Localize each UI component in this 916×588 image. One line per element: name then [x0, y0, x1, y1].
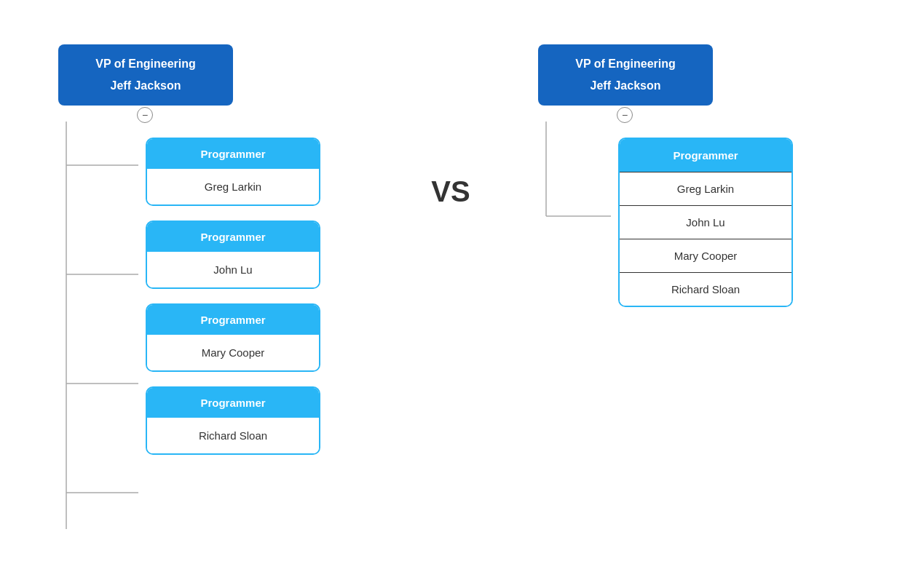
right-card-member-1: Greg Larkin [620, 172, 791, 205]
right-vp-role: VP of Engineering [556, 57, 695, 71]
right-vp-box: VP of Engineering Jeff Jackson [538, 44, 713, 106]
left-card-richard: Programmer Richard Sloan [146, 386, 320, 455]
right-card-header: Programmer [620, 139, 791, 172]
left-card-john: Programmer John Lu [146, 220, 320, 289]
vs-label: VS [431, 175, 470, 208]
left-vp-box: VP of Engineering Jeff Jackson [58, 44, 233, 106]
left-card-john-role: Programmer [147, 222, 319, 252]
left-card-greg: Programmer Greg Larkin [146, 138, 320, 206]
right-consolidated-card: Programmer Greg Larkin John Lu Mary Coop… [618, 138, 793, 307]
left-card-mary: Programmer Mary Cooper [146, 303, 320, 372]
left-side: VP of Engineering Jeff Jackson − [29, 30, 407, 558]
left-card-mary-name: Mary Cooper [147, 335, 319, 370]
right-side: VP of Engineering Jeff Jackson − Program… [494, 30, 887, 340]
vs-section: VS [407, 30, 494, 208]
left-vp-name: Jeff Jackson [76, 79, 216, 92]
main-container: VP of Engineering Jeff Jackson − [0, 8, 916, 580]
left-card-richard-role: Programmer [147, 388, 319, 418]
right-card-member-2: John Lu [620, 205, 791, 239]
left-card-greg-name: Greg Larkin [147, 169, 319, 204]
left-tree-lines [58, 122, 146, 558]
right-card-member-3: Mary Cooper [620, 239, 791, 272]
right-vp-name: Jeff Jackson [556, 79, 695, 92]
left-card-mary-role: Programmer [147, 305, 319, 335]
left-collapse-button[interactable]: − [137, 107, 153, 123]
left-vp-role: VP of Engineering [76, 57, 216, 71]
right-collapse-button[interactable]: − [617, 107, 633, 123]
left-card-richard-name: Richard Sloan [147, 418, 319, 453]
left-card-john-name: John Lu [147, 252, 319, 287]
left-children-area: Programmer Greg Larkin Programmer John L… [146, 123, 320, 469]
left-card-greg-role: Programmer [147, 139, 319, 169]
right-card-member-4: Richard Sloan [620, 272, 791, 306]
right-tree-lines [538, 122, 618, 340]
